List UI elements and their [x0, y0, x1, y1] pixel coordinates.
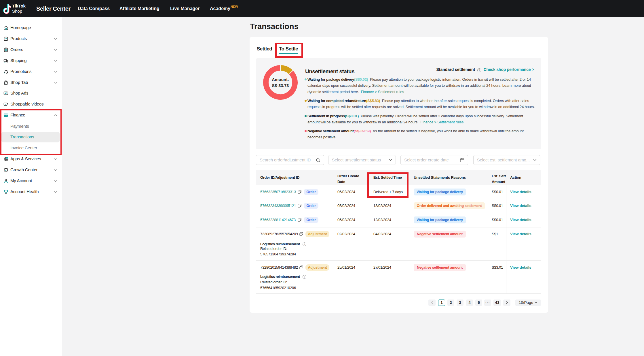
- svg-text:AD: AD: [5, 92, 7, 94]
